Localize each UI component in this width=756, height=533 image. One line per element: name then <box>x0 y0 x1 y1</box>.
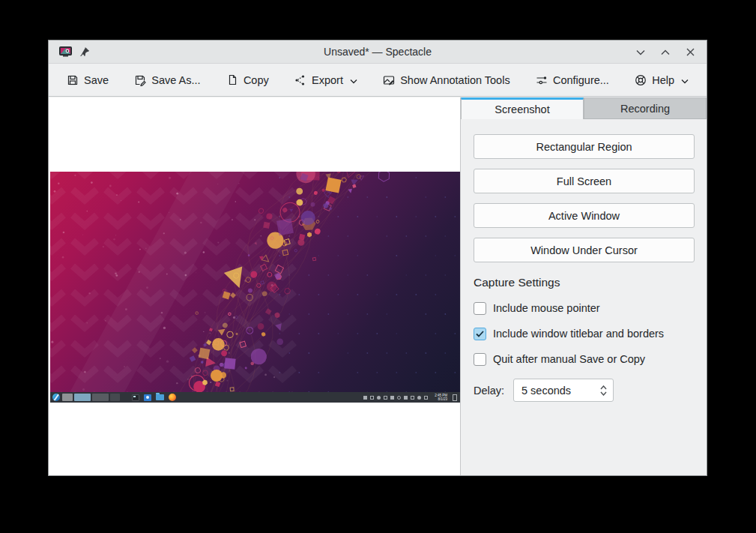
clock-date: 8/1/23 <box>435 397 447 401</box>
configure-button[interactable]: Configure... <box>534 71 611 89</box>
screenshot-preview: 2:45 PM 8/1/23 <box>50 172 460 403</box>
delay-label: Delay: <box>474 385 513 397</box>
configure-icon <box>536 74 548 86</box>
tray-icon <box>377 396 381 400</box>
tab-recording-label: Recording <box>620 103 670 115</box>
save-as-icon <box>134 74 146 86</box>
save-as-label: Save As... <box>151 74 200 86</box>
taskbar-app-icons <box>132 394 176 401</box>
tray-icon <box>411 396 414 400</box>
delay-spinbox[interactable]: 5 seconds <box>513 379 614 402</box>
file-manager-icon <box>156 394 164 400</box>
terminal-icon <box>132 394 139 401</box>
show-annotation-tools-label: Show Annotation Tools <box>400 74 509 86</box>
capture-settings-heading: Capture Settings <box>474 276 695 289</box>
minimize-button[interactable] <box>633 45 648 60</box>
tray-icon <box>397 396 401 400</box>
system-tray: 2:45 PM 8/1/23 <box>363 394 458 401</box>
help-icon <box>635 74 647 86</box>
preview-wallpaper <box>50 172 460 403</box>
copy-button[interactable]: Copy <box>225 71 270 89</box>
copy-icon <box>226 74 238 86</box>
annotation-icon <box>383 74 395 86</box>
capture-settings-section: Capture Settings Include mouse pointer I… <box>461 262 707 402</box>
tray-icon <box>417 396 421 400</box>
full-screen-button[interactable]: Full Screen <box>474 169 695 193</box>
window-controls <box>633 40 698 64</box>
tab-recording[interactable]: Recording <box>584 97 707 119</box>
taskbar-window-button-active <box>74 394 91 401</box>
tray-icon <box>390 396 394 400</box>
export-button[interactable]: Export <box>293 71 359 89</box>
spectacle-window: Unsaved* — Spectacle Save Sav <box>48 40 707 476</box>
help-menu-chevron-icon <box>680 74 689 86</box>
include-mouse-pointer-checkbox[interactable]: Include mouse pointer <box>474 301 695 315</box>
spin-up-icon[interactable] <box>600 385 607 390</box>
tab-screenshot-label: Screenshot <box>495 103 549 115</box>
save-icon <box>67 74 79 86</box>
delay-row: Delay: 5 seconds <box>474 379 695 402</box>
toolbar: Save Save As... Copy Export <box>49 64 707 97</box>
titlebar: Unsaved* — Spectacle <box>49 40 707 64</box>
export-label: Export <box>312 74 343 86</box>
show-annotation-tools-button[interactable]: Show Annotation Tools <box>381 71 511 89</box>
export-menu-chevron-icon <box>348 74 357 86</box>
close-button[interactable] <box>683 45 698 60</box>
software-center-icon <box>144 394 151 401</box>
preview-area: 2:45 PM 8/1/23 <box>49 97 461 475</box>
tab-bar: Screenshot Recording <box>461 97 707 119</box>
window-under-cursor-button[interactable]: Window Under Cursor <box>474 238 695 262</box>
window-content: 2:45 PM 8/1/23 Screenshot Recording <box>49 97 707 475</box>
window-title: Unsaved* — Spectacle <box>49 46 707 58</box>
include-mouse-pointer-label: Include mouse pointer <box>493 302 600 314</box>
tray-icon <box>404 396 408 400</box>
export-share-icon <box>294 74 306 86</box>
maximize-button[interactable] <box>658 45 673 60</box>
tray-icon <box>370 396 374 400</box>
include-titlebar-label: Include window titlebar and borders <box>493 328 664 340</box>
launcher-icon <box>52 394 60 401</box>
spinbox-arrows <box>600 385 607 396</box>
capture-panel: Screenshot Recording Rectangular Region … <box>461 97 707 475</box>
save-label: Save <box>84 74 109 86</box>
taskbar-window-button <box>92 394 109 401</box>
include-titlebar-checkbox[interactable]: Include window titlebar and borders <box>474 327 695 340</box>
checkbox-icon <box>474 353 486 366</box>
quit-after-save-checkbox[interactable]: Quit after manual Save or Copy <box>474 352 695 366</box>
tray-icon <box>363 396 367 400</box>
copy-label: Copy <box>244 74 269 86</box>
delay-value: 5 seconds <box>521 385 600 397</box>
tab-screenshot[interactable]: Screenshot <box>461 97 584 119</box>
firefox-icon <box>169 394 176 401</box>
tray-icon <box>424 396 428 400</box>
rectangular-region-button[interactable]: Rectangular Region <box>474 134 695 159</box>
configure-label: Configure... <box>553 74 609 86</box>
show-desktop-icon <box>453 394 457 401</box>
tray-icon <box>384 396 387 400</box>
capture-mode-buttons: Rectangular Region Full Screen Active Wi… <box>461 119 707 262</box>
taskbar-window-button <box>62 394 73 401</box>
checkbox-icon <box>474 302 486 315</box>
quit-after-save-label: Quit after manual Save or Copy <box>493 353 645 365</box>
save-button[interactable]: Save <box>65 71 110 89</box>
preview-taskbar: 2:45 PM 8/1/23 <box>50 392 460 403</box>
taskbar-clock: 2:45 PM 8/1/23 <box>435 394 447 401</box>
checkbox-checked-icon <box>474 328 486 340</box>
help-button[interactable]: Help <box>633 71 690 89</box>
save-as-button[interactable]: Save As... <box>133 71 202 89</box>
active-window-button[interactable]: Active Window <box>474 203 695 228</box>
spin-down-icon[interactable] <box>600 391 607 396</box>
help-label: Help <box>652 74 674 86</box>
taskbar-window-button <box>110 394 120 401</box>
